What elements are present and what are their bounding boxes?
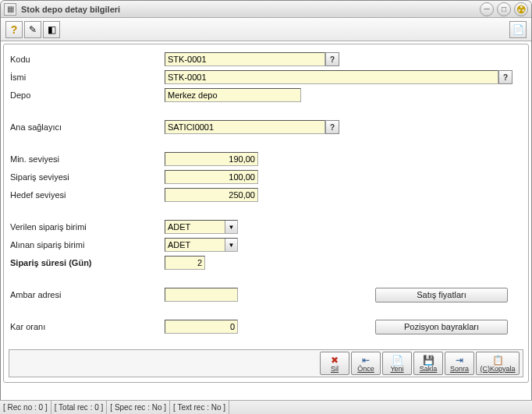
order-duration-input[interactable] [165,256,205,270]
command-bar: ✖ Sil ⇤ Önce 📄 Yeni 💾 Sakla ⇥ Sonra 📋 (C… [9,349,523,377]
chevron-down-icon: ▼ [225,221,237,233]
code-lookup-button[interactable]: ? [325,52,339,66]
title-bar: ▦ Stok depo detay bilgileri ─ □ ☢ [1,1,531,18]
new-icon: 📄 [392,355,403,366]
arrow-right-icon: ⇥ [456,355,463,366]
label-order-duration: Sipariş süresi (Gün) [10,258,165,267]
prev-button[interactable]: ⇤ Önce [351,352,381,375]
depot-input[interactable] [165,88,301,102]
label-warehouse-addr: Ambar adresi [10,290,165,299]
status-bar: [ Rec no : 0 ] [ Total rec : 0 ] [ Spec … [0,400,532,414]
toolbar: ? ✎ ◧ 📄 [1,18,531,41]
status-spec-rec: [ Spec rec : No ] [107,401,170,414]
order-unit-in-value: ADET [165,239,225,251]
delete-button[interactable]: ✖ Sil [320,352,349,375]
window-title: Stok depo detay bilgileri [21,5,120,14]
label-order-level: Sipariş seviyesi [10,172,165,182]
delete-icon: ✖ [331,355,339,366]
order-unit-in-combo[interactable]: ADET ▼ [165,238,238,252]
arrow-left-icon: ⇤ [362,355,370,366]
app-icon: ▦ [4,3,16,16]
close-button[interactable]: ☢ [514,2,528,16]
save-button[interactable]: 💾 Sakla [413,352,443,375]
position-flags-button[interactable]: Pozisyon bayrakları [375,320,508,334]
status-total-rec: [ Total rec : 0 ] [51,401,108,414]
label-profit-rate: Kar oranı [10,322,165,331]
save-label: Sakla [420,366,438,373]
help-button[interactable]: ? [5,21,23,38]
next-button[interactable]: ⇥ Sonra [445,352,474,375]
new-button[interactable]: 📄 Yeni [382,352,412,375]
code-input[interactable] [165,52,325,66]
next-label: Sonra [450,366,469,373]
label-target-level: Hedef seviyesi [10,190,165,200]
order-level-input[interactable] [165,170,258,184]
profit-rate-input[interactable] [165,320,238,334]
target-level-input[interactable] [165,188,258,202]
copy-label: (C)Kopyala [480,366,515,373]
minimize-button[interactable]: ─ [480,2,494,16]
status-text-rec: [ Text rec : No ] [170,401,229,414]
order-unit-out-combo[interactable]: ADET ▼ [165,220,238,234]
label-order-unit-in: Alınan sipariş birimi [10,240,165,249]
label-main-supplier: Ana sağlayıcı [10,122,165,132]
delete-label: Sil [331,366,339,373]
name-input[interactable] [165,70,498,84]
warehouse-addr-input[interactable] [165,288,238,302]
chevron-down-icon: ▼ [225,239,237,251]
sales-prices-button[interactable]: Satış fiyatları [375,288,508,303]
label-order-unit-out: Verilen sipariş birimi [10,222,165,232]
order-unit-out-value: ADET [165,221,225,233]
tool-button-3[interactable]: ◧ [43,21,60,38]
min-level-input[interactable] [165,152,258,166]
label-name: İsmi [10,73,165,82]
save-icon: 💾 [423,355,434,366]
new-label: Yeni [390,366,403,373]
maximize-button[interactable]: □ [497,2,511,16]
label-min-level: Min. seviyesi [10,154,165,164]
copy-icon: 📋 [492,355,504,366]
label-depot: Depo [10,90,165,100]
label-code: Kodu [10,55,165,64]
main-supplier-lookup-button[interactable]: ? [325,120,339,134]
form-panel: Kodu ? İsmi ? Depo Ana sağlayıcı ? Min. … [3,44,529,383]
tool-button-2[interactable]: ✎ [24,21,41,38]
report-button[interactable]: 📄 [509,21,527,38]
copy-button[interactable]: 📋 (C)Kopyala [476,352,520,375]
main-supplier-input[interactable] [165,120,325,134]
prev-label: Önce [357,366,374,373]
status-rec-no: [ Rec no : 0 ] [0,401,51,414]
name-lookup-button[interactable]: ? [498,70,512,84]
